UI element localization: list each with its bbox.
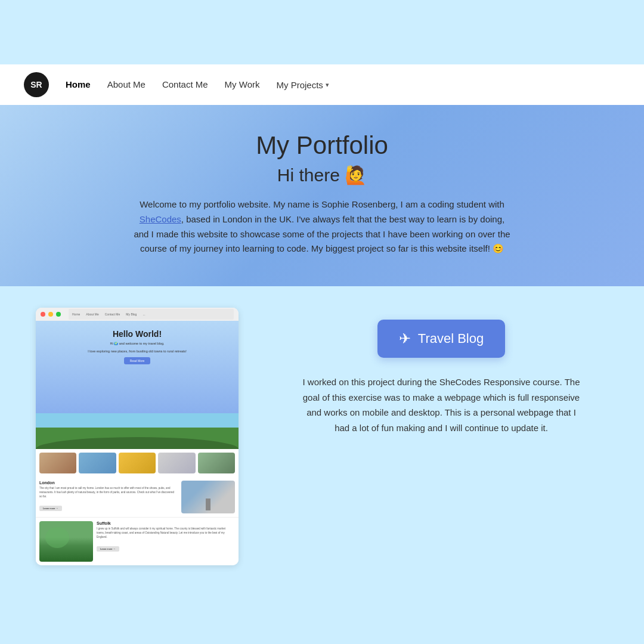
minimize-dot	[48, 312, 53, 317]
chevron-down-icon: ▾	[326, 81, 329, 89]
hero-greeting: Hi there 🙋	[36, 165, 608, 185]
nav-item-work[interactable]: My Work	[225, 79, 260, 90]
travel-blog-button[interactable]: ✈ Travel Blog	[377, 320, 505, 358]
shecodes-link[interactable]: SheCodes	[140, 214, 181, 224]
preview-nav-about: About Me	[86, 312, 98, 316]
preview-read-more-button[interactable]: Read More	[124, 357, 151, 364]
nav-links: Home About Me Contact Me My Work My Proj…	[66, 79, 329, 90]
preview-hero-section: Hello World! Hi 🌍 and welcome to my trav…	[36, 321, 239, 413]
preview-nav-blog: My Blog	[126, 312, 137, 316]
project-description: I worked on this project during the SheC…	[298, 374, 584, 435]
hero-body: Welcome to my portfolio website. My name…	[131, 197, 513, 256]
preview-nav-contact: Contact Me	[105, 312, 120, 316]
preview-hero-subtitle: Hi 🌍 and welcome to my travel blog.	[110, 342, 164, 345]
preview-nav-home: Home	[72, 312, 80, 316]
preview-thumbnails-row	[36, 449, 239, 477]
preview-thumb-3	[119, 453, 156, 473]
preview-thumb-2	[79, 453, 116, 473]
nav-item-home[interactable]: Home	[66, 79, 91, 90]
preview-hero-body: I love exploring new places, from bustli…	[88, 349, 187, 353]
preview-address-bar: Home About Me Contact Me My Blog ...	[69, 309, 234, 320]
preview-top-bar: Home About Me Contact Me My Blog ...	[36, 308, 239, 321]
preview-image: Home About Me Contact Me My Blog ... Hel…	[36, 308, 239, 565]
preview-london-text: London The city that I am most proud to …	[39, 481, 178, 513]
preview-london-section: London The city that I am most proud to …	[36, 477, 239, 517]
preview-london-image	[181, 481, 235, 513]
preview-thumb-1	[39, 453, 76, 473]
preview-suffolk-section: Suffolk I grew up in Suffolk and will al…	[36, 517, 239, 565]
preview-landscape-image	[36, 413, 239, 449]
nav-item-contact[interactable]: Contact Me	[162, 79, 208, 90]
nav-item-about[interactable]: About Me	[107, 79, 145, 90]
plane-icon: ✈	[399, 330, 411, 347]
navbar: SR Home About Me Contact Me My Work My P…	[0, 64, 644, 105]
preview-nav-more: ...	[143, 312, 145, 316]
logo[interactable]: SR	[24, 72, 49, 97]
maximize-dot	[56, 312, 61, 317]
close-dot	[41, 312, 45, 317]
right-content: ✈ Travel Blog I worked on this project d…	[274, 308, 608, 435]
preview-suffolk-image	[39, 521, 93, 562]
hero-title: My Portfolio	[36, 131, 608, 160]
main-content: Home About Me Contact Me My Blog ... Hel…	[0, 286, 644, 565]
preview-suffolk-learn-more[interactable]: Learn more →	[97, 546, 119, 552]
hero-section: My Portfolio Hi there 🙋 Welcome to my po…	[0, 105, 644, 286]
travel-blog-label: Travel Blog	[418, 331, 484, 346]
preview-hero-title: Hello World!	[113, 329, 162, 339]
preview-thumb-4	[158, 453, 195, 473]
preview-london-learn-more[interactable]: Learn more →	[39, 506, 62, 511]
preview-suffolk-text: Suffolk I grew up in Suffolk and will al…	[97, 521, 235, 562]
preview-thumb-5	[198, 453, 235, 473]
nav-item-projects[interactable]: My Projects ▾	[277, 80, 329, 90]
